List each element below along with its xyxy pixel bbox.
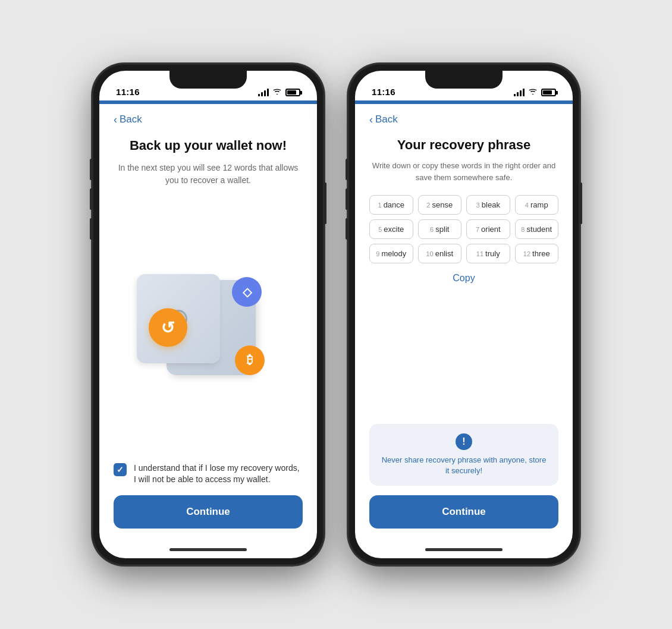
screen1-subtitle: In the next step you will see 12 words t…: [114, 162, 303, 187]
word-number: 9: [376, 250, 381, 257]
back-label-2: Back: [375, 114, 398, 125]
warning-text: Never share recovery phrase with anyone,…: [379, 455, 549, 476]
word-chip: 4 ramp: [515, 195, 559, 215]
signal-icon-2: [514, 89, 525, 96]
checkbox[interactable]: ✓: [114, 463, 127, 476]
battery-icon-1: [285, 89, 300, 96]
time-1: 11:16: [116, 87, 140, 97]
word-chip: 6 split: [418, 219, 462, 239]
screen1-title: Back up your wallet now!: [114, 137, 303, 155]
word-chip: 2 sense: [418, 195, 462, 215]
word-number: 5: [378, 226, 384, 233]
btc-symbol: ₿: [247, 353, 253, 367]
back-button-2[interactable]: ‹ Back: [369, 114, 558, 125]
word-chip: 11 truly: [466, 244, 510, 263]
word-number: 12: [523, 250, 532, 257]
word-chip: 3 bleak: [466, 195, 510, 215]
safe-container: ◇ ↻ ₿: [149, 268, 268, 387]
screen2-subtitle: Write down or copy these words in the ri…: [369, 160, 558, 183]
phone-1: 11:16: [92, 64, 324, 565]
word-number: 4: [525, 202, 530, 209]
refresh-icon: ↻: [161, 317, 175, 337]
word-number: 1: [378, 202, 383, 209]
screen2-content: ‹ Back Your recovery phrase Write down o…: [355, 104, 573, 540]
copy-button[interactable]: Copy: [369, 273, 558, 284]
word-number: 8: [521, 226, 526, 233]
continue-button-1[interactable]: Continue: [114, 495, 303, 529]
wifi-icon-1: [272, 88, 282, 97]
home-bar-2: [425, 548, 503, 551]
screen1-content: ‹ Back Back up your wallet now! In the n…: [99, 104, 317, 540]
battery-icon-2: [541, 89, 556, 96]
words-grid: 1 dance2 sense3 bleak4 ramp5 excite6 spl…: [369, 195, 558, 263]
back-button-1[interactable]: ‹ Back: [114, 114, 303, 125]
screen2-title: Your recovery phrase: [369, 137, 558, 153]
notch-2: [425, 71, 503, 89]
continue-button-2[interactable]: Continue: [369, 495, 558, 529]
warning-box: ! Never share recovery phrase with anyon…: [369, 424, 558, 486]
signal-icon-1: [258, 89, 269, 96]
eth-symbol: ◇: [243, 285, 252, 299]
home-indicator-2: [355, 540, 573, 558]
word-chip: 9 melody: [369, 244, 413, 263]
phone-screen-2: 11:16: [355, 71, 573, 558]
status-icons-1: [258, 88, 300, 97]
word-number: 7: [476, 226, 481, 233]
warning-icon: !: [456, 433, 472, 450]
home-bar-1: [169, 548, 247, 551]
notch-1: [169, 71, 247, 89]
phone-2: 11:16: [348, 64, 580, 565]
word-chip: 8 student: [515, 219, 559, 239]
ethereum-coin: ◇: [232, 277, 262, 307]
word-chip: 7 orient: [466, 219, 510, 239]
checkbox-text: I understand that if I lose my recovery …: [134, 463, 303, 486]
word-number: 11: [476, 250, 485, 257]
back-label-1: Back: [120, 114, 142, 125]
checkmark-icon: ✓: [117, 465, 124, 474]
refresh-button: ↻: [149, 308, 187, 347]
checkbox-row: ✓ I understand that if I lose my recover…: [114, 463, 303, 486]
word-number: 10: [426, 250, 435, 257]
chevron-left-icon-2: ‹: [369, 114, 373, 125]
word-number: 3: [476, 202, 482, 209]
time-2: 11:16: [372, 87, 395, 97]
word-chip: 12 three: [515, 244, 559, 263]
word-chip: 10 enlist: [418, 244, 462, 263]
word-chip: 1 dance: [369, 195, 413, 215]
word-number: 6: [430, 226, 435, 233]
status-icons-2: [514, 88, 556, 97]
phone-screen-1: 11:16: [99, 71, 317, 558]
word-chip: 5 excite: [369, 219, 413, 239]
bitcoin-coin: ₿: [235, 345, 265, 375]
word-number: 2: [426, 202, 432, 209]
home-indicator-1: [99, 540, 317, 558]
wifi-icon-2: [528, 88, 538, 97]
wallet-illustration: ◇ ↻ ₿: [114, 205, 303, 451]
chevron-left-icon-1: ‹: [114, 114, 117, 125]
